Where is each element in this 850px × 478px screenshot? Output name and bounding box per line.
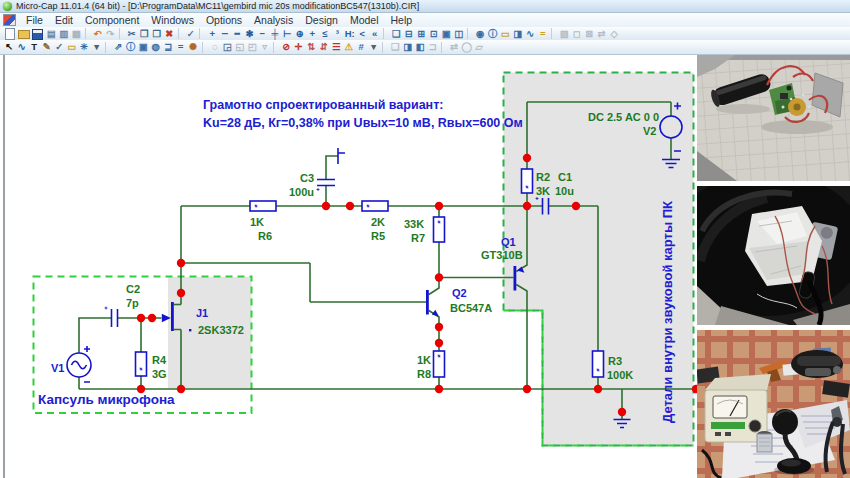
label-v2: V2 <box>643 125 656 137</box>
swap-down-up-button[interactable]: ⇵ <box>318 41 331 53</box>
menu-model[interactable]: Model <box>344 14 385 26</box>
power-button[interactable]: ³ <box>331 28 344 40</box>
much-less-button[interactable]: « <box>369 28 382 40</box>
capacitor-c3[interactable] <box>317 148 346 191</box>
find-button[interactable]: ◍ <box>150 41 163 53</box>
component-info-button[interactable]: ⓘ <box>125 41 138 53</box>
resistor-r6[interactable] <box>250 201 276 211</box>
diode-mode-button[interactable]: ⊢ <box>281 28 294 40</box>
menu-help[interactable]: Help <box>385 14 419 26</box>
swap-up-down-button[interactable]: ⇅ <box>305 41 318 53</box>
region-box-button[interactable]: ▭ <box>66 41 79 53</box>
value-r4: 3G <box>152 368 167 380</box>
bus-button[interactable]: = <box>537 28 550 40</box>
grid-toggle-button[interactable]: # <box>355 41 368 53</box>
rotate-tool-button[interactable]: ✳ <box>78 41 91 53</box>
component-grid-button[interactable]: ╪ <box>269 28 282 40</box>
print-button[interactable]: ▥ <box>58 28 71 40</box>
helpers-2-button[interactable]: ◻ <box>571 28 584 40</box>
skew-tool-button[interactable]: ▱ <box>473 41 486 53</box>
open-button[interactable] <box>18 30 30 39</box>
menu-component[interactable]: Component <box>79 14 145 26</box>
pan-button[interactable]: ◉ <box>474 28 487 40</box>
capacitor-c2[interactable] <box>105 307 118 328</box>
resistor-r3[interactable] <box>593 351 604 377</box>
graphics-mode-button[interactable]: ✎ <box>41 41 54 53</box>
delete-button[interactable]: ✖ <box>163 28 176 40</box>
star-node-button[interactable]: ✱ <box>244 28 257 40</box>
line-solid-button[interactable]: − <box>256 28 269 40</box>
circle-tool-button[interactable]: ◯ <box>461 41 474 53</box>
stack-button[interactable]: ☰ <box>330 41 343 53</box>
paste-button[interactable]: ❒ <box>151 28 164 40</box>
less-button[interactable]: < <box>356 28 369 40</box>
bus-red-button[interactable]: = <box>175 41 188 53</box>
menu-windows[interactable]: Windows <box>145 14 200 26</box>
macro-button[interactable]: ⊕ <box>294 28 307 40</box>
new-button[interactable] <box>5 28 15 40</box>
shade-button[interactable]: ◨ <box>512 28 525 40</box>
helpers-3-button[interactable]: ⊠ <box>583 28 596 40</box>
copy-button[interactable]: ❐ <box>138 28 151 40</box>
line-dashed-button[interactable]: ╍ <box>231 28 244 40</box>
wire-mode-button[interactable]: ∿ <box>16 41 29 53</box>
probe-button[interactable]: ⇗ <box>112 41 125 53</box>
add-wire-button[interactable]: + <box>206 28 219 40</box>
report-button[interactable]: ▦ <box>70 28 83 40</box>
select-mode-button[interactable]: ↖ <box>3 41 16 53</box>
helpers-5-button[interactable]: ◇ <box>608 28 621 40</box>
redo-button[interactable]: ↷ <box>104 28 117 40</box>
swap-lr-button[interactable]: ⇄ <box>448 41 461 53</box>
cross-add-button[interactable]: ✛ <box>293 41 306 53</box>
frame-button[interactable]: ⊐ <box>427 41 440 53</box>
sheet-button[interactable]: ❏ <box>389 41 402 53</box>
label-r8: R8 <box>417 368 431 380</box>
print-preview-button[interactable]: ▤ <box>45 28 58 40</box>
grid-dropdown-button[interactable]: ▾ <box>368 41 381 53</box>
picture-button[interactable]: ▣ <box>137 41 150 53</box>
resistor-r5[interactable] <box>362 201 388 211</box>
no-connect-button[interactable]: ⊘ <box>280 41 293 53</box>
shade-right-button[interactable]: ◨ <box>402 41 415 53</box>
border-button[interactable]: ⊒ <box>162 41 175 53</box>
menu-edit[interactable]: Edit <box>49 14 79 26</box>
flower-button[interactable]: ✺ <box>187 41 200 53</box>
flag-mode-button[interactable]: ✓ <box>53 41 66 53</box>
menu-file[interactable]: File <box>20 14 49 26</box>
labels-button[interactable]: H: <box>344 28 357 40</box>
plus-mode-button[interactable]: + <box>306 28 319 40</box>
warning-button[interactable]: ⚠ <box>343 41 356 53</box>
info-button[interactable]: ⓘ <box>487 28 500 40</box>
helpers-1-button[interactable]: ▧ <box>558 28 571 40</box>
save-button[interactable] <box>32 29 43 40</box>
enable-button[interactable]: ✓ <box>185 28 198 40</box>
menu-analysis[interactable]: Analysis <box>248 14 299 26</box>
line-dotted-button[interactable]: ┄ <box>219 28 232 40</box>
helpers-4-button[interactable]: ⇄ <box>596 28 609 40</box>
resistor-r8[interactable] <box>434 351 445 377</box>
select-area-button[interactable]: ◌ <box>209 41 222 53</box>
zoom-area-button[interactable]: ◲ <box>221 41 234 53</box>
limits-button[interactable]: ≤ <box>319 28 332 40</box>
attribute-box-button[interactable]: ▭ <box>499 28 512 40</box>
dropdown-button[interactable]: ▾ <box>91 41 104 53</box>
text-mode-button[interactable]: T <box>28 41 41 53</box>
curve-button[interactable]: ∿ <box>524 28 537 40</box>
tile-vertical-button[interactable]: ⊞ <box>415 28 428 40</box>
shade-left-button[interactable]: ◧ <box>414 41 427 53</box>
window-1-button[interactable]: ❏ <box>390 28 403 40</box>
resistor-r2[interactable] <box>522 169 533 193</box>
zoom-in-area-button[interactable]: ◰ <box>246 41 259 53</box>
cascade-button[interactable]: ⊡ <box>428 28 441 40</box>
menu-options[interactable]: Options <box>200 14 248 26</box>
undo-button[interactable]: ↶ <box>92 28 105 40</box>
tile-horizontal-button[interactable]: ⊟ <box>403 28 416 40</box>
zoom-out-area-button[interactable]: ◱ <box>234 41 247 53</box>
resistor-r7[interactable] <box>434 217 445 242</box>
resistor-r4[interactable] <box>136 352 147 376</box>
menu-design[interactable]: Design <box>299 14 344 26</box>
split-button[interactable]: ◫ <box>453 28 466 40</box>
cut-button[interactable]: ✂ <box>126 28 139 40</box>
small-dropdown-button[interactable]: ▿ <box>259 41 272 53</box>
overlap-button[interactable]: ▣ <box>440 28 453 40</box>
